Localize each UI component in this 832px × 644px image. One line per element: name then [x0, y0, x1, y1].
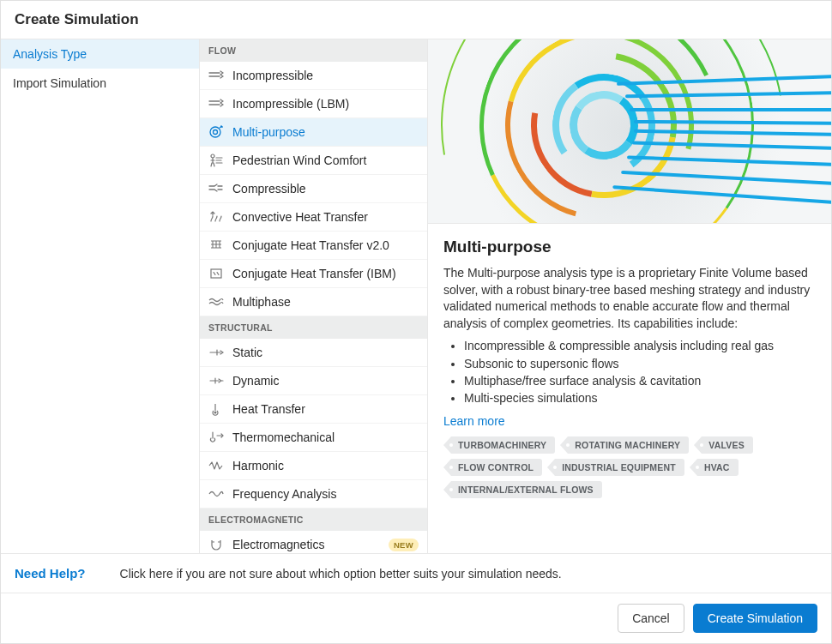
detail-panel: Multi-purpose The Multi-purpose analysis…: [428, 39, 831, 553]
type-item-electromagnetics[interactable]: Electromagnetics NEW: [200, 531, 427, 553]
svg-point-1: [214, 130, 218, 135]
cancel-button[interactable]: Cancel: [618, 604, 684, 633]
svg-point-0: [210, 127, 220, 137]
type-item-multiphase[interactable]: Multiphase: [200, 288, 427, 316]
type-item-incompressible[interactable]: Incompressible: [200, 62, 427, 90]
type-item-label: Dynamic: [232, 374, 279, 388]
type-item-label: Incompressible (LBM): [232, 97, 349, 111]
type-item-frequency-analysis[interactable]: Frequency Analysis: [200, 480, 427, 509]
group-header-flow: FLOW: [200, 39, 427, 62]
detail-body: Multi-purpose The Multi-purpose analysis…: [428, 224, 831, 512]
type-item-label: Heat Transfer: [232, 402, 305, 416]
dialog-title: Create Simulation: [1, 1, 831, 39]
detail-title: Multi-purpose: [443, 238, 816, 256]
dialog-footer: Cancel Create Simulation: [1, 593, 831, 643]
sidebar-item-analysis-type[interactable]: Analysis Type: [1, 39, 199, 69]
type-item-static[interactable]: Static: [200, 339, 427, 367]
type-item-label: Multiphase: [232, 295, 291, 309]
type-item-thermomechanical[interactable]: Thermomechanical: [200, 424, 427, 452]
thermo-mech-icon: [208, 430, 224, 444]
type-item-label: Convective Heat Transfer: [232, 210, 368, 224]
type-item-dynamic[interactable]: Dynamic: [200, 367, 427, 395]
detail-bullet: Incompressible & compressible analysis i…: [464, 337, 816, 354]
type-item-conjugate-heat-transfer-v2[interactable]: Conjugate Heat Transfer v2.0: [200, 232, 427, 260]
svg-rect-3: [211, 269, 221, 278]
sidebar-item-import-simulation[interactable]: Import Simulation: [1, 69, 199, 98]
main-area: Analysis Type Import Simulation FLOW Inc…: [1, 39, 831, 553]
target-icon: [208, 125, 224, 139]
flow-icon: [208, 97, 224, 111]
type-item-label: Incompressible: [232, 69, 313, 82]
tag: FLOW CONTROL: [451, 459, 542, 476]
detail-description: The Multi-purpose analysis type is a pro…: [443, 265, 816, 332]
tag: INTERNAL/EXTERNAL FLOWS: [451, 481, 602, 498]
type-item-label: Frequency Analysis: [232, 487, 336, 501]
type-item-label: Electromagnetics: [232, 538, 324, 551]
group-header-structural: STRUCTURAL: [200, 316, 427, 339]
tag: TURBOMACHINERY: [451, 436, 555, 454]
type-item-label: Conjugate Heat Transfer (IBM): [232, 267, 396, 280]
svg-point-2: [211, 154, 214, 158]
svg-point-4: [214, 412, 217, 414]
wave-icon: [208, 295, 224, 309]
type-item-incompressible-lbm[interactable]: Incompressible (LBM): [200, 90, 427, 118]
sidebar: Analysis Type Import Simulation: [1, 39, 200, 553]
type-item-label: Pedestrian Wind Comfort: [232, 153, 366, 167]
detail-bullet: Subsonic to supersonic flows: [464, 355, 816, 372]
type-item-compressible[interactable]: Compressible: [200, 175, 427, 203]
tag: ROTATING MACHINERY: [568, 436, 689, 454]
type-item-label: Static: [232, 346, 262, 359]
type-item-harmonic[interactable]: Harmonic: [200, 452, 427, 480]
flow-icon: [208, 69, 224, 82]
help-bar[interactable]: Need Help? Click here if you are not sur…: [1, 553, 831, 593]
type-item-label: Conjugate Heat Transfer v2.0: [232, 238, 389, 252]
detail-preview-image: [428, 39, 831, 224]
detail-bullet: Multi-species simulations: [464, 389, 816, 406]
tag: INDUSTRIAL EQUIPMENT: [555, 459, 684, 476]
type-item-conjugate-heat-transfer-ibm[interactable]: Conjugate Heat Transfer (IBM): [200, 260, 427, 288]
frequency-icon: [208, 487, 224, 501]
type-item-pedestrian-wind-comfort[interactable]: Pedestrian Wind Comfort: [200, 147, 427, 175]
type-item-multi-purpose[interactable]: Multi-purpose: [200, 118, 427, 147]
heat-box-icon: [208, 267, 224, 280]
type-item-label: Harmonic: [232, 459, 284, 472]
group-header-electromagnetic: ELECTROMAGNETIC: [200, 509, 427, 531]
type-item-label: Compressible: [232, 182, 306, 196]
tag-list: TURBOMACHINERY ROTATING MACHINERY VALVES…: [443, 436, 816, 498]
type-item-heat-transfer[interactable]: Heat Transfer: [200, 395, 427, 424]
dynamic-icon: [208, 374, 224, 388]
static-icon: [208, 346, 224, 359]
type-item-label: Thermomechanical: [232, 430, 335, 444]
learn-more-link[interactable]: Learn more: [443, 414, 505, 428]
thermometer-icon: [208, 402, 224, 416]
magnet-icon: [208, 538, 224, 551]
type-item-label: Multi-purpose: [232, 125, 305, 139]
person-wind-icon: [208, 153, 224, 167]
detail-bullet: Multiphase/free surface analysis & cavit…: [464, 372, 816, 389]
tag: HVAC: [697, 459, 739, 476]
harmonic-icon: [208, 459, 224, 472]
type-item-convective-heat-transfer[interactable]: Convective Heat Transfer: [200, 203, 427, 232]
create-simulation-dialog: Create Simulation Analysis Type Import S…: [0, 0, 832, 644]
compress-icon: [208, 182, 224, 196]
analysis-type-list: FLOW Incompressible Incompressible (LBM)…: [200, 39, 428, 553]
tag: VALVES: [702, 436, 753, 454]
heat-exchange-icon: [208, 238, 224, 252]
heat-arrows-icon: [208, 210, 224, 224]
detail-bullet-list: Incompressible & compressible analysis i…: [443, 337, 816, 406]
help-text: Click here if you are not sure about whi…: [120, 567, 562, 581]
new-badge: NEW: [389, 539, 419, 551]
create-simulation-button[interactable]: Create Simulation: [693, 604, 817, 633]
help-title: Need Help?: [15, 566, 86, 581]
